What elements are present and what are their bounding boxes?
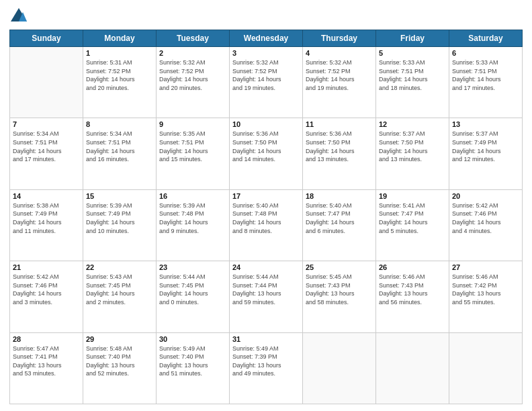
calendar-cell: 16Sunrise: 5:39 AM Sunset: 7:48 PM Dayli… [157,189,230,261]
day-info: Sunrise: 5:39 AM Sunset: 7:49 PM Dayligh… [86,201,153,235]
day-info: Sunrise: 5:32 AM Sunset: 7:52 PM Dayligh… [159,58,226,92]
day-info: Sunrise: 5:37 AM Sunset: 7:50 PM Dayligh… [379,130,446,163]
day-number: 13 [452,120,519,128]
day-info: Sunrise: 5:35 AM Sunset: 7:51 PM Dayligh… [159,130,226,163]
calendar-cell: 17Sunrise: 5:40 AM Sunset: 7:48 PM Dayli… [230,189,303,261]
day-number: 16 [159,192,226,200]
calendar-cell: 2Sunrise: 5:32 AM Sunset: 7:52 PM Daylig… [157,47,230,118]
day-info: Sunrise: 5:37 AM Sunset: 7:49 PM Dayligh… [452,130,519,163]
calendar-cell: 14Sunrise: 5:38 AM Sunset: 7:49 PM Dayli… [10,189,83,261]
day-info: Sunrise: 5:38 AM Sunset: 7:49 PM Dayligh… [13,201,80,235]
calendar-cell: 11Sunrise: 5:36 AM Sunset: 7:50 PM Dayli… [303,118,376,189]
calendar-cell: 25Sunrise: 5:45 AM Sunset: 7:43 PM Dayli… [303,261,376,332]
calendar-cell: 31Sunrise: 5:49 AM Sunset: 7:39 PM Dayli… [230,332,303,404]
calendar-cell: 7Sunrise: 5:34 AM Sunset: 7:51 PM Daylig… [10,118,83,189]
day-number: 8 [86,120,153,128]
day-number: 29 [86,335,153,343]
day-info: Sunrise: 5:32 AM Sunset: 7:52 PM Dayligh… [232,58,300,92]
calendar-cell: 20Sunrise: 5:42 AM Sunset: 7:46 PM Dayli… [449,189,523,261]
day-number: 23 [159,263,226,271]
calendar-cell [449,332,523,404]
calendar-cell [10,47,83,118]
day-number: 9 [159,120,226,128]
day-number: 10 [232,120,300,128]
day-info: Sunrise: 5:45 AM Sunset: 7:43 PM Dayligh… [306,273,373,306]
day-info: Sunrise: 5:40 AM Sunset: 7:48 PM Dayligh… [232,201,300,235]
calendar-cell: 9Sunrise: 5:35 AM Sunset: 7:51 PM Daylig… [157,118,230,189]
day-number: 22 [86,263,153,271]
day-number: 30 [159,335,226,343]
header [9,7,523,26]
page: SundayMondayTuesdayWednesdayThursdayFrid… [0,0,532,411]
calendar-cell: 8Sunrise: 5:34 AM Sunset: 7:51 PM Daylig… [83,118,157,189]
calendar-cell: 26Sunrise: 5:46 AM Sunset: 7:43 PM Dayli… [376,261,449,332]
day-info: Sunrise: 5:49 AM Sunset: 7:39 PM Dayligh… [232,345,300,378]
calendar-table: SundayMondayTuesdayWednesdayThursdayFrid… [9,30,523,404]
day-info: Sunrise: 5:42 AM Sunset: 7:46 PM Dayligh… [13,273,80,306]
day-info: Sunrise: 5:32 AM Sunset: 7:52 PM Dayligh… [306,58,373,92]
day-info: Sunrise: 5:34 AM Sunset: 7:51 PM Dayligh… [86,130,153,163]
day-info: Sunrise: 5:36 AM Sunset: 7:50 PM Dayligh… [232,130,300,163]
day-info: Sunrise: 5:31 AM Sunset: 7:52 PM Dayligh… [86,58,153,92]
day-number: 19 [379,192,446,200]
day-number: 26 [379,263,446,271]
day-info: Sunrise: 5:48 AM Sunset: 7:40 PM Dayligh… [86,345,153,378]
calendar-cell: 13Sunrise: 5:37 AM Sunset: 7:49 PM Dayli… [449,118,523,189]
calendar-cell: 28Sunrise: 5:47 AM Sunset: 7:41 PM Dayli… [10,332,83,404]
week-row-3: 14Sunrise: 5:38 AM Sunset: 7:49 PM Dayli… [10,189,523,261]
calendar-cell: 24Sunrise: 5:44 AM Sunset: 7:44 PM Dayli… [230,261,303,332]
day-number: 6 [452,49,519,57]
calendar-cell [303,332,376,404]
calendar-cell: 5Sunrise: 5:33 AM Sunset: 7:51 PM Daylig… [376,47,449,118]
calendar-cell: 21Sunrise: 5:42 AM Sunset: 7:46 PM Dayli… [10,261,83,332]
calendar-cell: 15Sunrise: 5:39 AM Sunset: 7:49 PM Dayli… [83,189,157,261]
logo [9,7,31,26]
logo-icon [9,7,28,26]
week-row-5: 28Sunrise: 5:47 AM Sunset: 7:41 PM Dayli… [10,332,523,404]
day-number: 25 [306,263,373,271]
weekday-header-tuesday: Tuesday [157,30,230,47]
week-row-2: 7Sunrise: 5:34 AM Sunset: 7:51 PM Daylig… [10,118,523,189]
day-info: Sunrise: 5:42 AM Sunset: 7:46 PM Dayligh… [452,201,519,235]
day-number: 11 [306,120,373,128]
day-info: Sunrise: 5:46 AM Sunset: 7:42 PM Dayligh… [452,273,519,306]
calendar-cell: 10Sunrise: 5:36 AM Sunset: 7:50 PM Dayli… [230,118,303,189]
weekday-header-monday: Monday [83,30,157,47]
calendar-cell: 23Sunrise: 5:44 AM Sunset: 7:45 PM Dayli… [157,261,230,332]
calendar-cell: 1Sunrise: 5:31 AM Sunset: 7:52 PM Daylig… [83,47,157,118]
day-info: Sunrise: 5:49 AM Sunset: 7:40 PM Dayligh… [159,345,226,378]
calendar-cell [376,332,449,404]
calendar-cell: 27Sunrise: 5:46 AM Sunset: 7:42 PM Dayli… [449,261,523,332]
calendar-cell: 22Sunrise: 5:43 AM Sunset: 7:45 PM Dayli… [83,261,157,332]
day-info: Sunrise: 5:44 AM Sunset: 7:45 PM Dayligh… [159,273,226,306]
weekday-header-thursday: Thursday [303,30,376,47]
calendar-cell: 3Sunrise: 5:32 AM Sunset: 7:52 PM Daylig… [230,47,303,118]
calendar-cell: 18Sunrise: 5:40 AM Sunset: 7:47 PM Dayli… [303,189,376,261]
calendar-cell: 4Sunrise: 5:32 AM Sunset: 7:52 PM Daylig… [303,47,376,118]
calendar-cell: 12Sunrise: 5:37 AM Sunset: 7:50 PM Dayli… [376,118,449,189]
day-info: Sunrise: 5:47 AM Sunset: 7:41 PM Dayligh… [13,345,80,378]
day-number: 21 [13,263,80,271]
day-number: 4 [306,49,373,57]
weekday-header-row: SundayMondayTuesdayWednesdayThursdayFrid… [10,30,523,47]
day-info: Sunrise: 5:40 AM Sunset: 7:47 PM Dayligh… [306,201,373,235]
day-number: 31 [232,335,300,343]
day-info: Sunrise: 5:41 AM Sunset: 7:47 PM Dayligh… [379,201,446,235]
day-number: 3 [232,49,300,57]
day-number: 15 [86,192,153,200]
calendar-cell: 30Sunrise: 5:49 AM Sunset: 7:40 PM Dayli… [157,332,230,404]
weekday-header-friday: Friday [376,30,449,47]
day-number: 28 [13,335,80,343]
weekday-header-saturday: Saturday [449,30,523,47]
day-number: 27 [452,263,519,271]
day-info: Sunrise: 5:34 AM Sunset: 7:51 PM Dayligh… [13,130,80,163]
weekday-header-sunday: Sunday [10,30,83,47]
week-row-1: 1Sunrise: 5:31 AM Sunset: 7:52 PM Daylig… [10,47,523,118]
calendar-cell: 29Sunrise: 5:48 AM Sunset: 7:40 PM Dayli… [83,332,157,404]
day-info: Sunrise: 5:46 AM Sunset: 7:43 PM Dayligh… [379,273,446,306]
calendar-cell: 6Sunrise: 5:33 AM Sunset: 7:51 PM Daylig… [449,47,523,118]
day-number: 7 [13,120,80,128]
day-number: 1 [86,49,153,57]
day-info: Sunrise: 5:39 AM Sunset: 7:48 PM Dayligh… [159,201,226,235]
day-number: 5 [379,49,446,57]
